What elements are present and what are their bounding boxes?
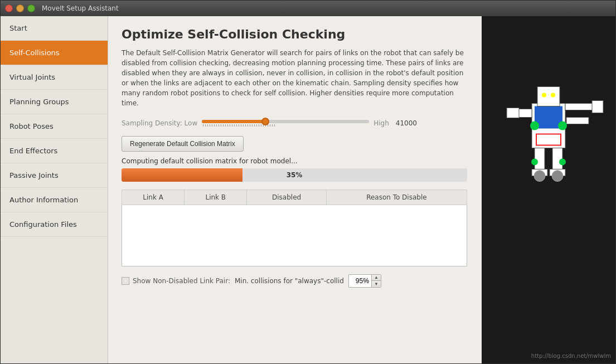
- titlebar: MoveIt Setup Assistant: [1, 1, 615, 16]
- col-header-link-b: Link B: [185, 190, 247, 205]
- slider-high-label: High: [374, 119, 389, 127]
- spinner-down-button[interactable]: ▼: [372, 281, 381, 287]
- svg-point-21: [552, 171, 563, 182]
- sidebar-item-robot-poses[interactable]: Robot Poses: [1, 114, 108, 139]
- svg-point-17: [531, 159, 538, 166]
- percent-spinner: ▲ ▼: [371, 275, 381, 287]
- percent-input[interactable]: [349, 275, 371, 287]
- svg-rect-0: [482, 26, 615, 355]
- robot-svg: [482, 16, 615, 363]
- window-title: MoveIt Setup Assistant: [42, 4, 119, 12]
- progress-bar: 35%: [122, 168, 467, 182]
- progress-fill: [122, 168, 242, 182]
- show-non-disabled-checkbox-label[interactable]: Show Non-Disabled Link Pair:: [122, 277, 230, 285]
- robot-viewport: http://blog.csdn.net/mwlwlm: [482, 16, 615, 363]
- collision-table-body: [122, 205, 467, 266]
- col-header-link-a: Link A: [122, 190, 185, 205]
- svg-rect-8: [565, 104, 593, 110]
- sidebar-item-author-information[interactable]: Author Information: [1, 188, 108, 212]
- minimize-button[interactable]: [16, 4, 24, 12]
- collision-table: Link A Link B Disabled Reason To Disable: [122, 190, 467, 266]
- page-title: Optimize Self-Collision Checking: [122, 27, 468, 41]
- slider-ticks: [202, 124, 369, 127]
- svg-rect-7: [507, 108, 519, 118]
- show-non-disabled-checkbox[interactable]: [122, 277, 129, 285]
- svg-rect-10: [566, 118, 589, 124]
- regen-button[interactable]: Regenerate Default Collision Matrix: [122, 136, 244, 152]
- sidebar-item-self-collisions[interactable]: Self-Collisions: [1, 41, 108, 65]
- page-description: The Default Self-Collision Matrix Genera…: [122, 48, 468, 108]
- sampling-density-row: Sampling Density: Low: [122, 119, 468, 127]
- sidebar-item-end-effectors[interactable]: End Effectors: [1, 139, 108, 163]
- watermark: http://blog.csdn.net/mwlwlm: [531, 353, 611, 359]
- svg-point-18: [559, 159, 566, 166]
- svg-point-15: [530, 122, 539, 130]
- bottom-options-row: Show Non-Disabled Link Pair: Min. collis…: [122, 274, 468, 288]
- svg-point-20: [534, 171, 545, 182]
- computing-status: Computing default collision matrix for r…: [122, 157, 468, 165]
- maximize-button[interactable]: [27, 4, 35, 12]
- col-header-disabled: Disabled: [247, 190, 326, 205]
- svg-point-16: [558, 122, 567, 130]
- sidebar-item-virtual-joints[interactable]: Virtual Joints: [1, 65, 108, 90]
- table-row-empty: [122, 205, 467, 266]
- svg-rect-3: [537, 87, 560, 106]
- min-collisions-label: Min. collisions for "always"-collid: [235, 277, 344, 285]
- checkbox-text: Show Non-Disabled Link Pair:: [133, 277, 230, 285]
- close-button[interactable]: [5, 4, 13, 12]
- content-area: Start Self-Collisions Virtual Joints Pla…: [1, 16, 615, 363]
- slider-track[interactable]: [202, 120, 369, 123]
- slider-container: [202, 120, 369, 127]
- svg-rect-6: [518, 109, 532, 118]
- main-content: Optimize Self-Collision Checking The Def…: [108, 16, 482, 363]
- sidebar-item-configuration-files[interactable]: Configuration Files: [1, 212, 108, 237]
- spinner-up-button[interactable]: ▲: [372, 275, 381, 281]
- app-window: MoveIt Setup Assistant Start Self-Collis…: [0, 0, 616, 364]
- svg-point-4: [542, 93, 546, 98]
- slider-thumb[interactable]: [261, 118, 269, 125]
- svg-rect-9: [592, 101, 603, 113]
- sidebar-item-planning-groups[interactable]: Planning Groups: [1, 90, 108, 114]
- sidebar-item-passive-joints[interactable]: Passive Joints: [1, 163, 108, 188]
- slider-fill: [202, 120, 265, 123]
- slider-value: 41000: [396, 119, 417, 127]
- sidebar: Start Self-Collisions Virtual Joints Pla…: [1, 16, 108, 363]
- svg-point-5: [551, 93, 555, 98]
- percent-input-wrap: ▲ ▼: [348, 274, 381, 288]
- progress-label: 35%: [287, 171, 303, 179]
- slider-low-label: Sampling Density: Low: [122, 119, 197, 127]
- col-header-reason: Reason To Disable: [326, 190, 467, 205]
- sidebar-item-start[interactable]: Start: [1, 16, 108, 41]
